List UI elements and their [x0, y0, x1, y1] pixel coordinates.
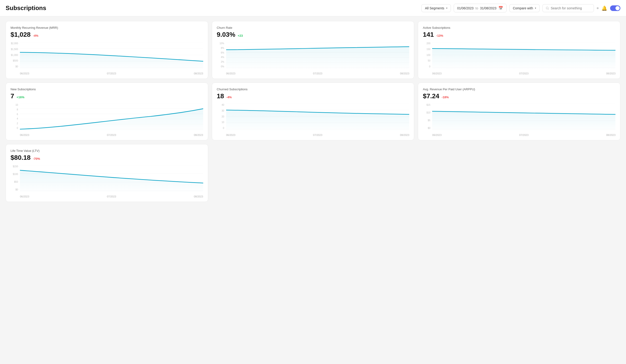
card-churn: Churn Rate 9.03% +23 10%8%6%4%2%0% [212, 21, 414, 79]
x-axis-arppu: 06/202307/202308/2023 [432, 134, 616, 136]
y-axis-active-subs: 200150100500 [423, 42, 431, 68]
toggle-switch[interactable] [610, 5, 620, 11]
card-value-mrr: $1,028 [10, 31, 31, 38]
card-value-row-churn: 9.03% +23 [217, 31, 409, 38]
search-box[interactable] [543, 4, 594, 12]
date-range-picker[interactable]: 01/06/2023 to 31/08/2023 📅 [454, 4, 507, 12]
card-new-subs: New Subscriptions 7 +16% 1086420 [6, 83, 208, 140]
card-value-arppu: $7.24 [423, 92, 439, 100]
card-title-arppu: Avg. Revenue Per Paid User (ARPPU) [423, 87, 616, 91]
card-title-churn: Churn Rate [217, 26, 409, 30]
chart-wrapper-ltv: $150$100$50$0 [10, 165, 203, 198]
chart-wrapper-mrr: $2,000$1,500$1,000$500$0 [10, 42, 203, 75]
dot-indicator [597, 7, 599, 9]
card-value-row-new-subs: 7 +16% [10, 92, 203, 100]
card-title-mrr: Monthly Recurring Revenue (MRR) [10, 26, 203, 30]
chart-svg-churned-subs [226, 104, 409, 132]
chart-svg-active-subs [432, 42, 616, 70]
card-value-row-mrr: $1,028 -4% [10, 31, 203, 38]
chart-wrapper-active-subs: 200150100500 [423, 42, 616, 75]
x-axis-active-subs: 06/202307/202308/2023 [432, 72, 616, 75]
y-axis-churn: 10%8%6%4%2%0% [217, 42, 225, 68]
card-title-new-subs: New Subscriptions [10, 87, 203, 91]
card-value-churn: 9.03% [217, 31, 235, 38]
card-churned-subs: Churned Subscriptions 18 -4% 403020100 [212, 83, 414, 140]
calendar-icon: 📅 [498, 6, 503, 10]
chart-svg-arppu [432, 104, 616, 132]
y-axis-mrr: $2,000$1,500$1,000$500$0 [10, 42, 19, 68]
chevron-down-icon-2: ▾ [535, 7, 536, 9]
x-axis-churned-subs: 06/202307/202308/2023 [226, 134, 409, 136]
header: Subscriptions All Segments ▾ 01/06/2023 … [0, 0, 626, 16]
header-controls: All Segments ▾ 01/06/2023 to 31/08/2023 … [421, 4, 620, 12]
svg-line-1 [548, 9, 549, 9]
card-badge-active-subs: -13% [436, 34, 443, 37]
y-axis-new-subs: 1086420 [10, 104, 19, 129]
card-badge-arppu: -18% [441, 95, 449, 99]
card-title-churned-subs: Churned Subscriptions [217, 87, 409, 91]
date-separator: to [475, 6, 478, 10]
card-value-churned-subs: 18 [217, 92, 224, 100]
card-mrr: Monthly Recurring Revenue (MRR) $1,028 -… [6, 21, 208, 79]
search-icon [546, 6, 549, 10]
compare-label: Compare with [513, 6, 533, 10]
chart-wrapper-arppu: $15$10$5$0 [423, 104, 616, 136]
card-active-subs: Active Subscriptions 141 -13% 2001501005… [418, 21, 620, 79]
chart-svg-churn [226, 42, 409, 70]
x-axis-mrr: 06/202307/202308/2023 [20, 72, 203, 75]
cards-row-3: Life Time Value (LTV) $80.18 -70% $150$1… [6, 144, 620, 202]
date-from: 01/06/2023 [457, 6, 473, 10]
card-title-ltv: Life Time Value (LTV) [10, 149, 203, 152]
chart-svg-new-subs [20, 104, 203, 132]
compare-dropdown[interactable]: Compare with ▾ [509, 4, 540, 12]
chart-svg-ltv [20, 165, 203, 193]
page-title: Subscriptions [6, 4, 46, 12]
card-title-active-subs: Active Subscriptions [423, 26, 616, 30]
card-value-ltv: $80.18 [10, 154, 31, 161]
segments-dropdown[interactable]: All Segments ▾ [421, 4, 451, 12]
chart-svg-mrr [20, 42, 203, 70]
date-to: 31/08/2023 [480, 6, 497, 10]
card-value-row-arppu: $7.24 -18% [423, 92, 616, 100]
x-axis-churn: 06/202307/202308/2023 [226, 72, 409, 75]
search-input[interactable] [551, 6, 590, 10]
card-value-row-ltv: $80.18 -70% [10, 154, 203, 161]
card-badge-new-subs: +16% [17, 95, 25, 99]
card-value-row-active-subs: 141 -13% [423, 31, 616, 38]
bell-icon[interactable]: 🔔 [601, 5, 607, 11]
card-badge-churned-subs: -4% [226, 95, 232, 99]
y-axis-arppu: $15$10$5$0 [423, 104, 431, 129]
cards-row-1: Monthly Recurring Revenue (MRR) $1,028 -… [6, 21, 620, 79]
cards-row-2: New Subscriptions 7 +16% 1086420 [6, 83, 620, 140]
card-value-active-subs: 141 [423, 31, 434, 38]
card-badge-mrr: -4% [33, 34, 39, 37]
y-axis-ltv: $150$100$50$0 [10, 165, 19, 191]
card-ltv: Life Time Value (LTV) $80.18 -70% $150$1… [6, 144, 208, 202]
card-badge-churn: +23 [238, 34, 243, 37]
x-axis-ltv: 06/202307/202308/2023 [20, 195, 203, 198]
chart-wrapper-churn: 10%8%6%4%2%0% [217, 42, 409, 75]
chevron-down-icon: ▾ [446, 7, 447, 9]
card-badge-ltv: -70% [33, 157, 40, 160]
card-arppu: Avg. Revenue Per Paid User (ARPPU) $7.24… [418, 83, 620, 140]
y-axis-churned-subs: 403020100 [217, 104, 225, 129]
chart-wrapper-churned-subs: 403020100 [217, 104, 409, 136]
main-content: Monthly Recurring Revenue (MRR) $1,028 -… [0, 16, 626, 207]
chart-wrapper-new-subs: 1086420 [10, 104, 203, 136]
card-value-new-subs: 7 [10, 92, 14, 100]
segments-label: All Segments [425, 6, 444, 10]
card-value-row-churned-subs: 18 -4% [217, 92, 409, 100]
x-axis-new-subs: 06/202307/202308/2023 [20, 134, 203, 136]
